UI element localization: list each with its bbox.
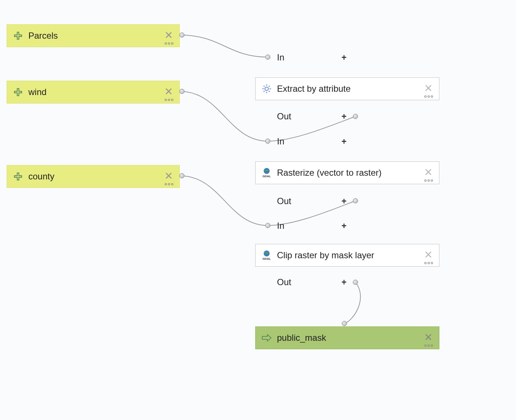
menu-icon[interactable]: ooo [424,343,434,347]
plus-icon [12,86,24,98]
add-port-button[interactable]: + [341,277,347,287]
close-icon[interactable] [165,31,174,41]
output-port[interactable] [179,173,185,178]
out-port-label: Out [277,277,291,287]
node-label: county [28,171,161,182]
arrow-right-icon [261,332,273,344]
menu-icon[interactable]: ooo [165,41,174,45]
node-label: Rasterize (vector to raster) [277,168,421,178]
close-icon[interactable] [165,172,174,181]
input-node-parcels[interactable]: Parcels ooo [7,24,180,47]
input-node-wind[interactable]: wind ooo [7,81,180,104]
svg-text:GDAL: GDAL [263,175,271,178]
input-port[interactable] [342,321,347,326]
add-port-button[interactable]: + [341,221,347,231]
close-icon[interactable] [424,84,434,94]
output-port[interactable] [353,280,358,285]
node-label: public_mask [277,333,421,343]
output-port[interactable] [179,89,185,94]
gdal-icon: GDAL [261,167,273,179]
input-port[interactable] [265,139,270,144]
output-node-public-mask[interactable]: public_mask ooo [255,326,439,349]
svg-text:GDAL: GDAL [263,257,271,260]
node-label: wind [28,87,161,97]
menu-icon[interactable]: ooo [165,97,174,102]
add-port-button[interactable]: + [341,196,347,206]
close-icon[interactable] [424,251,434,260]
menu-icon[interactable]: ooo [424,94,434,98]
process-node-extract[interactable]: Extract by attribute ooo [255,77,439,100]
out-port-label: Out [277,196,291,206]
close-icon[interactable] [165,87,174,97]
node-label: Parcels [28,31,161,41]
gdal-icon: GDAL [261,249,273,261]
menu-icon[interactable]: ooo [165,182,174,186]
add-port-button[interactable]: + [341,111,347,122]
output-port[interactable] [353,114,358,119]
menu-icon[interactable]: ooo [424,260,434,265]
in-port-label: In [277,52,284,63]
add-port-button[interactable]: + [341,136,347,147]
output-port[interactable] [353,198,358,203]
connections-layer [0,0,516,420]
input-node-county[interactable]: county ooo [7,165,180,188]
plus-icon [12,30,24,42]
menu-icon[interactable]: ooo [424,178,434,182]
add-port-button[interactable]: + [341,52,347,63]
node-label: Clip raster by mask layer [277,250,421,260]
plus-icon [12,171,24,182]
out-port-label: Out [277,111,291,122]
close-icon[interactable] [424,168,434,178]
close-icon[interactable] [424,333,434,343]
input-port[interactable] [265,223,270,228]
process-node-clip[interactable]: GDAL Clip raster by mask layer ooo [255,244,439,267]
in-port-label: In [277,221,284,231]
gear-icon [261,83,273,95]
process-node-rasterize[interactable]: GDAL Rasterize (vector to raster) ooo [255,161,439,184]
in-port-label: In [277,136,284,147]
svg-point-0 [265,87,268,90]
input-port[interactable] [265,55,270,60]
output-port[interactable] [179,32,185,38]
node-label: Extract by attribute [277,84,421,94]
